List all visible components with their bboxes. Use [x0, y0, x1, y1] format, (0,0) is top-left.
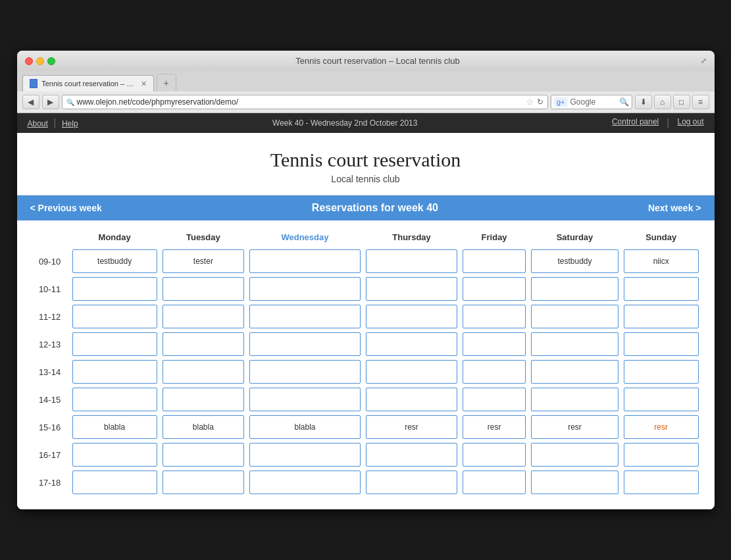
menu-button[interactable]: ≡	[692, 95, 709, 109]
reservation-slot[interactable]: resr	[366, 415, 457, 439]
reservation-slot[interactable]: tester	[163, 249, 244, 273]
reservation-slot[interactable]	[531, 360, 618, 384]
reservation-slot[interactable]	[249, 277, 361, 301]
help-link[interactable]: Help	[62, 119, 78, 128]
reservation-slot[interactable]	[624, 471, 699, 494]
page-title: Tennis court reservation	[28, 149, 704, 171]
reservation-slot[interactable]	[366, 305, 457, 328]
reservation-slot[interactable]	[624, 388, 699, 411]
slot-cell	[528, 303, 621, 330]
week-title: Reservations for week 40	[102, 202, 648, 214]
reservation-slot[interactable]	[163, 305, 244, 328]
expand-icon[interactable]: ⤢	[701, 57, 707, 65]
reservation-slot[interactable]	[531, 388, 618, 411]
tab-close-icon[interactable]: ✕	[141, 80, 147, 88]
reservation-slot[interactable]	[163, 277, 244, 301]
reservation-slot[interactable]	[72, 332, 157, 356]
reservation-slot[interactable]	[163, 388, 244, 411]
reservation-slot[interactable]	[72, 277, 157, 301]
reservation-slot[interactable]	[463, 277, 526, 301]
reservation-slot[interactable]: blabla	[163, 415, 244, 439]
reservation-slot[interactable]	[463, 360, 526, 384]
control-panel-link[interactable]: Control panel	[612, 117, 659, 129]
reservation-slot[interactable]	[249, 360, 361, 384]
reservation-slot[interactable]	[366, 249, 457, 273]
close-button[interactable]	[25, 57, 33, 65]
reservation-slot[interactable]	[463, 305, 526, 328]
address-field[interactable]: 🔍 www.olejon.net/code/phpmyreservation/d…	[62, 95, 548, 109]
slot-cell	[363, 441, 460, 469]
minimize-button[interactable]	[36, 57, 44, 65]
reservation-slot[interactable]	[463, 443, 526, 467]
time-row: 11-12	[30, 303, 701, 330]
refresh-icon[interactable]: ↻	[537, 97, 543, 107]
next-week-button[interactable]: Next week >	[648, 203, 701, 213]
search-input[interactable]: Google	[570, 97, 617, 107]
reservation-slot[interactable]	[163, 360, 244, 384]
reservation-slot[interactable]: blabla	[72, 415, 157, 439]
reservation-slot[interactable]	[531, 277, 618, 301]
slot-cell	[70, 441, 160, 469]
reservation-slot[interactable]	[366, 277, 457, 301]
reservation-slot[interactable]	[163, 443, 244, 467]
reservation-slot[interactable]	[72, 471, 157, 494]
reservation-slot[interactable]	[463, 471, 526, 494]
reservation-slot[interactable]: niicx	[624, 249, 699, 273]
reservation-slot[interactable]	[249, 443, 361, 467]
about-link[interactable]: About	[28, 119, 48, 128]
reservation-slot[interactable]	[163, 471, 244, 494]
reservation-slot[interactable]	[531, 443, 618, 467]
day-header-tuesday: Tuesday	[160, 227, 247, 247]
reservation-slot[interactable]	[624, 277, 699, 301]
reservation-slot[interactable]: resr	[624, 415, 699, 439]
maximize-button[interactable]	[47, 57, 55, 65]
reservation-slot[interactable]: resr	[463, 415, 526, 439]
reservation-slot[interactable]	[366, 471, 457, 494]
reservation-slot[interactable]	[531, 332, 618, 356]
reservation-slot[interactable]	[72, 388, 157, 411]
screenshot-button[interactable]: □	[673, 95, 690, 109]
reservation-slot[interactable]	[463, 388, 526, 411]
reservation-slot[interactable]	[249, 332, 361, 356]
reservation-slot[interactable]	[249, 305, 361, 328]
reservation-slot[interactable]	[249, 471, 361, 494]
reservation-slot[interactable]: blabla	[249, 415, 361, 439]
reservation-slot[interactable]	[463, 249, 526, 273]
download-button[interactable]: ⬇	[635, 95, 652, 109]
slot-cell	[363, 247, 460, 275]
reservation-slot[interactable]: resr	[531, 415, 618, 439]
back-button[interactable]: ◀	[22, 95, 39, 109]
reservation-slot[interactable]	[366, 360, 457, 384]
bookmark-icon[interactable]: ☆	[526, 97, 534, 107]
slot-cell	[621, 358, 701, 386]
reservation-slot[interactable]	[624, 305, 699, 328]
reservation-slot[interactable]	[366, 443, 457, 467]
reservation-slot[interactable]	[72, 443, 157, 467]
reservation-slot[interactable]	[249, 388, 361, 411]
reservation-slot[interactable]	[463, 332, 526, 356]
home-button[interactable]: ⌂	[654, 95, 671, 109]
reservation-slot[interactable]: testbuddy	[72, 249, 157, 273]
reservation-slot[interactable]	[72, 305, 157, 328]
new-tab-button[interactable]: +	[157, 74, 176, 91]
reservation-slot[interactable]	[249, 249, 361, 273]
slot-cell	[247, 386, 363, 413]
reservation-slot[interactable]	[163, 332, 244, 356]
prev-week-button[interactable]: < Previous week	[30, 203, 102, 213]
search-submit-icon[interactable]: 🔍	[619, 97, 629, 107]
reservation-slot[interactable]	[366, 388, 457, 411]
reservation-slot[interactable]	[72, 360, 157, 384]
search-box[interactable]: g+ Google 🔍	[551, 95, 632, 109]
reservation-slot[interactable]: testbuddy	[531, 249, 618, 273]
reservation-slot[interactable]	[531, 471, 618, 494]
reservation-slot[interactable]	[624, 443, 699, 467]
reservation-slot[interactable]	[624, 360, 699, 384]
logout-link[interactable]: Log out	[677, 117, 703, 129]
forward-button[interactable]: ▶	[42, 95, 59, 109]
reservation-slot[interactable]	[531, 305, 618, 328]
week-nav-bar: < Previous week Reservations for week 40…	[17, 195, 715, 220]
time-label: 14-15	[30, 386, 70, 413]
active-tab[interactable]: Tennis court reservation – Loca... ✕	[22, 75, 154, 91]
reservation-slot[interactable]	[366, 332, 457, 356]
reservation-slot[interactable]	[624, 332, 699, 356]
